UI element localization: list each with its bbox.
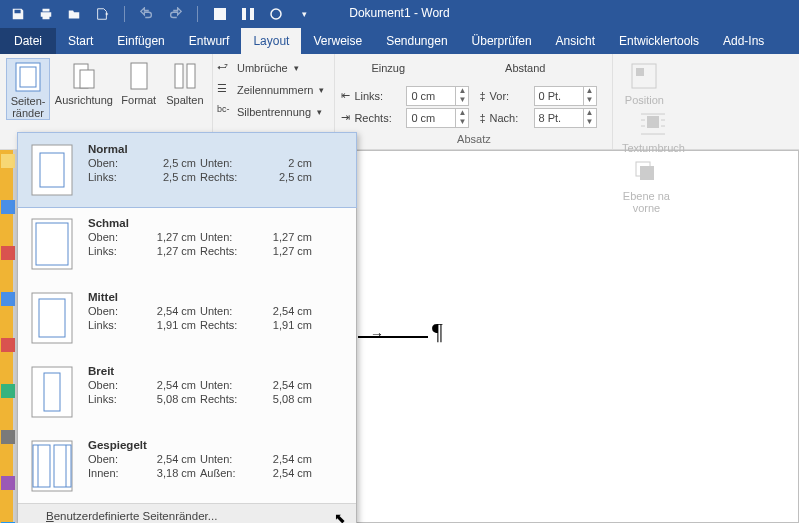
margin-option-gespiegelt[interactable]: GespiegeltOben:2,54 cmUnten:2,54 cmInnen…: [18, 429, 356, 503]
pilcrow-icon: ¶: [432, 318, 443, 345]
tab-view[interactable]: Ansicht: [544, 28, 607, 54]
spacing-after-value: 8 Pt.: [535, 112, 583, 124]
indent-heading: Einzug: [371, 62, 405, 74]
bringforward-button[interactable]: Ebene na vorne: [619, 154, 673, 214]
svg-rect-2: [250, 8, 254, 20]
save-icon[interactable]: [10, 6, 26, 22]
breaks-label: Umbrüche: [237, 62, 288, 74]
indent-left-icon: ⇤: [341, 89, 350, 102]
hyphenation-icon: bc‐: [217, 104, 233, 120]
margin-thumb-icon: [30, 291, 74, 345]
textwrap-label: Textumbruch: [622, 142, 685, 154]
svg-rect-14: [640, 166, 654, 180]
hyphenation-label: Silbentrennung: [237, 106, 311, 118]
position-icon: [628, 60, 660, 92]
tab-layout[interactable]: Layout: [241, 28, 301, 54]
margin-thumb-icon: [30, 365, 74, 419]
spacing-heading: Abstand: [505, 62, 545, 74]
custom-margins-label: Benutzerdefinierte Seitenränder...: [46, 510, 217, 522]
breaks-icon: ⮐: [217, 60, 233, 76]
columns-button[interactable]: Spalten: [164, 58, 206, 106]
margin-thumb-icon: [30, 143, 74, 197]
margin-option-mittel[interactable]: MittelOben:2,54 cmUnten:2,54 cmLinks:1,9…: [18, 281, 356, 355]
margin-thumb-icon: [30, 217, 74, 271]
separator: [124, 6, 125, 22]
spacing-after-label: Nach:: [490, 112, 530, 124]
svg-rect-0: [214, 8, 226, 20]
svg-rect-12: [636, 68, 644, 76]
spacing-before-field[interactable]: 0 Pt.▲▼: [534, 86, 597, 106]
tab-underline: [358, 336, 428, 338]
qat-more-icon[interactable]: ▾: [296, 6, 312, 22]
tab-design[interactable]: Entwurf: [177, 28, 242, 54]
breaks-button[interactable]: ⮐Umbrüche▾: [213, 58, 328, 78]
margin-option-breit[interactable]: BreitOben:2,54 cmUnten:2,54 cmLinks:5,08…: [18, 355, 356, 429]
indent-right-icon: ⇥: [341, 111, 350, 124]
size-icon: [123, 60, 155, 92]
open-icon[interactable]: [66, 6, 82, 22]
size-label: Format: [121, 94, 156, 106]
columns-icon: [169, 60, 201, 92]
tab-review[interactable]: Überprüfen: [460, 28, 544, 54]
margin-option-schmal[interactable]: SchmalOben:1,27 cmUnten:1,27 cmLinks:1,2…: [18, 207, 356, 281]
ribbon-tabs: Datei Start Einfügen Entwurf Layout Verw…: [0, 27, 799, 54]
orientation-label: Ausrichtung: [55, 94, 113, 106]
indent-left-value: 0 cm: [407, 90, 455, 102]
spacing-before-label: Vor:: [490, 90, 530, 102]
linenumbers-icon: ☰: [217, 82, 233, 98]
record-icon[interactable]: [268, 6, 284, 22]
linenumbers-button[interactable]: ☰Zeilennummern▾: [213, 80, 328, 100]
down-arrow[interactable]: ▼: [456, 96, 468, 105]
group-paragraph: Einzug Abstand ⇤ Links: 0 cm▲▼ ‡ Vor: 0 …: [335, 54, 613, 149]
tab-start[interactable]: Start: [56, 28, 105, 54]
down-arrow[interactable]: ▼: [456, 118, 468, 127]
margins-dropdown: NormalOben:2,5 cmUnten:2 cmLinks:2,5 cmR…: [17, 132, 357, 523]
spacing-after-icon: ‡: [479, 112, 485, 124]
textwrap-icon: [637, 108, 669, 140]
margins-icon: [12, 61, 44, 93]
size-button[interactable]: Format: [118, 58, 160, 106]
titlebar: ▾ Dokument1 - Word: [0, 0, 799, 27]
orientation-icon: [68, 60, 100, 92]
bringforward-icon: [630, 156, 662, 188]
spacing-after-field[interactable]: 8 Pt.▲▼: [534, 108, 597, 128]
spacing-before-value: 0 Pt.: [535, 90, 583, 102]
svg-point-3: [271, 9, 281, 19]
print-icon[interactable]: [38, 6, 54, 22]
pause-icon[interactable]: [240, 6, 256, 22]
separator: [197, 6, 198, 22]
hyphenation-button[interactable]: bc‐Silbentrennung▾: [213, 102, 328, 122]
svg-rect-9: [175, 64, 183, 88]
svg-rect-8: [131, 63, 147, 89]
paragraph-caption: Absatz: [341, 133, 606, 147]
tab-developer[interactable]: Entwicklertools: [607, 28, 711, 54]
linenumbers-label: Zeilennummern: [237, 84, 313, 96]
new-icon[interactable]: [94, 6, 110, 22]
redo-icon[interactable]: [167, 6, 183, 22]
svg-rect-18: [32, 219, 72, 269]
margins-label: Seiten- ränder: [11, 95, 46, 119]
margins-button[interactable]: Seiten- ränder: [6, 58, 50, 120]
indent-left-field[interactable]: 0 cm▲▼: [406, 86, 469, 106]
tab-file[interactable]: Datei: [0, 28, 56, 54]
margin-option-normal[interactable]: NormalOben:2,5 cmUnten:2 cmLinks:2,5 cmR…: [17, 132, 357, 208]
indent-right-field[interactable]: 0 cm▲▼: [406, 108, 469, 128]
position-button[interactable]: Position: [619, 58, 669, 106]
svg-rect-22: [32, 367, 72, 417]
orientation-button[interactable]: Ausrichtung: [54, 58, 113, 106]
margin-thumb-icon: [30, 439, 74, 493]
undo-icon[interactable]: [139, 6, 155, 22]
cursor-icon: ⬉: [334, 510, 346, 523]
down-arrow[interactable]: ▼: [584, 96, 596, 105]
down-arrow[interactable]: ▼: [584, 118, 596, 127]
tab-insert[interactable]: Einfügen: [105, 28, 176, 54]
tab-references[interactable]: Verweise: [301, 28, 374, 54]
tab-addins[interactable]: Add-Ins: [711, 28, 776, 54]
custom-margins-item[interactable]: Benutzerdefinierte Seitenränder... ⬉: [18, 503, 356, 523]
stop-icon[interactable]: [212, 6, 228, 22]
position-label: Position: [625, 94, 664, 106]
textwrap-button[interactable]: Textumbruch: [619, 106, 687, 154]
svg-rect-20: [32, 293, 72, 343]
tab-arrow-icon: →: [370, 326, 384, 342]
tab-mailings[interactable]: Sendungen: [374, 28, 459, 54]
